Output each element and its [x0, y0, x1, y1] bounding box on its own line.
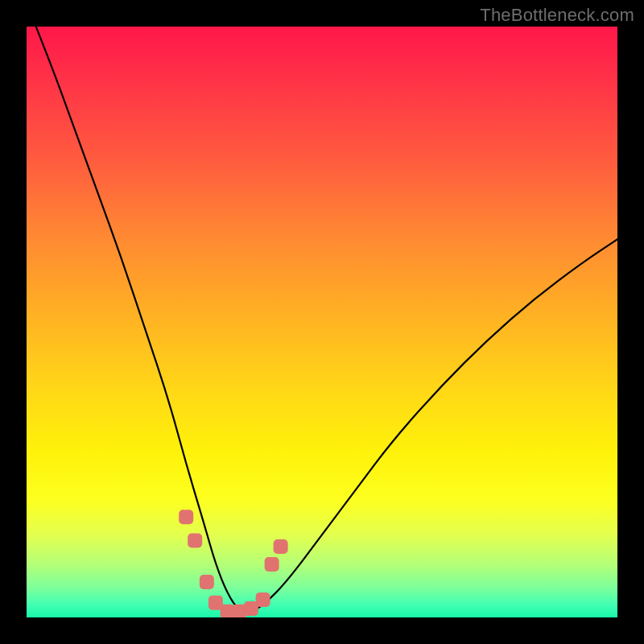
- bottleneck-curve-path: [27, 27, 617, 612]
- watermark-text: TheBottleneck.com: [480, 5, 634, 26]
- plot-area: [27, 27, 617, 617]
- highlight-marker: [265, 557, 279, 572]
- highlight-marker: [179, 510, 193, 524]
- highlight-marker: [200, 575, 214, 589]
- highlight-marker: [274, 539, 288, 554]
- highlight-marker: [256, 592, 270, 607]
- outer-frame: TheBottleneck.com: [0, 0, 644, 644]
- chart-svg: [27, 27, 617, 617]
- highlight-marker: [188, 534, 202, 548]
